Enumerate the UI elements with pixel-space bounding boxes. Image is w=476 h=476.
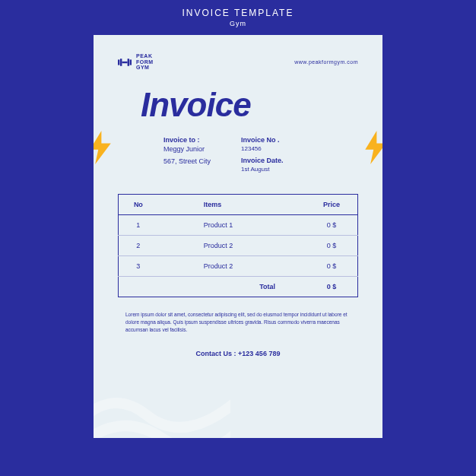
logo: PEAK FORM GYM xyxy=(118,53,154,71)
invoice-no-label: Invoice No . xyxy=(241,136,284,144)
table-row: 1 Product 1 0 $ xyxy=(119,215,358,236)
invoice-to-block: Invoice to : Meggy Junior 567, Street Ci… xyxy=(163,136,211,177)
col-items: Items xyxy=(158,195,306,215)
logo-line3: GYM xyxy=(136,65,154,71)
svg-marker-6 xyxy=(365,131,382,164)
items-table: No Items Price 1 Product 1 0 $ 2 Product… xyxy=(118,194,358,297)
description-text: Lorem ipsum dolor sit amet, consectetur … xyxy=(125,311,351,333)
col-no: No xyxy=(119,195,158,215)
cell-item: Product 2 xyxy=(158,256,306,277)
svg-rect-4 xyxy=(130,59,132,65)
template-subtitle: Gym xyxy=(230,20,246,27)
template-title: INVOICE TEMPLATE xyxy=(182,8,294,18)
lightning-icon xyxy=(363,131,382,164)
invoice-no-value: 123456 xyxy=(241,145,284,152)
svg-rect-2 xyxy=(122,61,127,62)
invoice-date-label: Invoice Date. xyxy=(241,157,284,164)
table-row: 2 Product 2 0 $ xyxy=(119,236,358,256)
invoice-date-value: 1st August xyxy=(241,166,284,173)
cell-item: Product 1 xyxy=(158,215,306,236)
svg-rect-3 xyxy=(128,59,129,66)
invoice-to-address: 567, Street City xyxy=(163,157,211,165)
cell-no: 1 xyxy=(119,215,158,236)
invoice-meta: Invoice to : Meggy Junior 567, Street Ci… xyxy=(163,136,358,177)
svg-rect-0 xyxy=(118,59,119,65)
invoice-to-label: Invoice to : xyxy=(163,136,211,144)
contact-number: +123 456 789 xyxy=(238,350,280,357)
cell-item: Product 2 xyxy=(158,236,306,256)
total-label: Total xyxy=(158,277,306,297)
svg-marker-5 xyxy=(94,131,111,164)
topbar: PEAK FORM GYM www.peakformgym.com xyxy=(118,53,358,71)
logo-text: PEAK FORM GYM xyxy=(136,53,154,71)
contact-label: Contact Us : xyxy=(196,350,239,357)
invoice-to-name: Meggy Junior xyxy=(163,145,211,153)
total-value: 0 $ xyxy=(306,277,357,297)
invoice-page: PEAK FORM GYM www.peakformgym.com Invoic… xyxy=(94,35,382,438)
logo-line1: PEAK xyxy=(136,53,154,59)
website-url: www.peakformgym.com xyxy=(294,59,358,65)
cell-price: 0 $ xyxy=(306,236,357,256)
cell-price: 0 $ xyxy=(306,256,357,277)
invoice-number-block: Invoice No . 123456 Invoice Date. 1st Au… xyxy=(241,136,284,177)
invoice-title: Invoice xyxy=(141,86,358,124)
col-price: Price xyxy=(306,195,357,215)
total-row: Total 0 $ xyxy=(119,277,358,297)
decorative-swirl xyxy=(94,370,230,438)
table-row: 3 Product 2 0 $ xyxy=(119,256,358,277)
svg-rect-1 xyxy=(120,59,122,66)
cell-price: 0 $ xyxy=(306,215,357,236)
dumbbell-icon xyxy=(118,58,132,67)
cell-no: 3 xyxy=(119,256,158,277)
lightning-icon xyxy=(94,131,113,164)
cell-no: 2 xyxy=(119,236,158,256)
table-header-row: No Items Price xyxy=(119,195,358,215)
contact-line: Contact Us : +123 456 789 xyxy=(118,350,358,357)
logo-line2: FORM xyxy=(136,59,154,65)
